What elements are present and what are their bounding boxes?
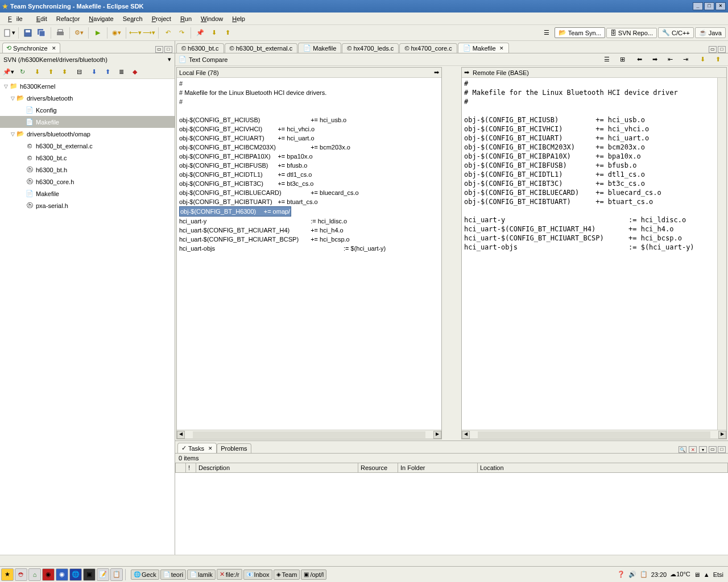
minimize-button[interactable]: _ <box>693 2 703 10</box>
save-all-button[interactable] <box>35 27 48 39</box>
outgoing-mode-button[interactable]: ⬆ <box>45 66 56 78</box>
perspective-svn-repo[interactable]: 🗄SVN Repo... <box>606 28 657 38</box>
menu-navigate[interactable]: Navigate <box>84 14 118 23</box>
next-diff-button[interactable]: ⬆ <box>221 27 234 39</box>
prev-diff-button[interactable]: ⬇ <box>208 27 220 39</box>
synchronize-view-tab[interactable]: ⟲ Synchronize ✕ <box>2 43 60 53</box>
taskbar-gecko[interactable]: 🌐Geck <box>131 569 159 580</box>
tray-up-icon[interactable]: ▲ <box>704 571 710 578</box>
minimize-editor-button[interactable]: ▭ <box>709 46 717 53</box>
editor-tab-4[interactable]: ©hx4700_leds.c <box>342 43 399 53</box>
menu-project[interactable]: Project <box>147 14 176 23</box>
menu-refactor[interactable]: Refactor <box>52 14 85 23</box>
diff-highlight-line[interactable]: obj-$(CONFIG_BT_H6300) += omap/ <box>179 206 291 217</box>
browser-button[interactable]: ◉ <box>56 568 68 581</box>
tree-file-bt-c[interactable]: ©h6300_bt.c <box>0 152 175 164</box>
tray-clipboard-icon[interactable]: 📋 <box>640 571 648 578</box>
maximize-view-button[interactable]: □ <box>164 46 172 53</box>
menu-search[interactable]: Search <box>118 14 147 23</box>
editor-tab-1[interactable]: ©h6300_bt.c <box>176 43 224 53</box>
right-vscrollbar[interactable] <box>717 78 726 430</box>
tray-help-icon[interactable]: ❓ <box>617 571 625 578</box>
taskbar-lamik[interactable]: 📄lamik <box>187 569 216 580</box>
tree-file-makefile-selected[interactable]: 📄Makefile <box>0 116 175 128</box>
close-view-icon[interactable]: ✕ <box>52 45 56 51</box>
col-priority[interactable]: ! <box>186 463 196 473</box>
help-button[interactable]: ⛑ <box>15 568 27 581</box>
perspective-ccpp[interactable]: 🔧C/C++ <box>658 27 694 38</box>
compare-toolbar-2[interactable]: ⊞ <box>616 53 628 66</box>
kmenu-button[interactable]: ★ <box>1 568 14 581</box>
editor-tab-2[interactable]: ©h6300_bt_external.c <box>225 43 298 53</box>
commit-button[interactable]: ⬆ <box>102 66 113 78</box>
menu-file[interactable]: File <box>3 14 32 23</box>
problems-tab[interactable]: Problems <box>217 443 251 453</box>
sync-refresh-button[interactable]: ↻ <box>16 66 28 78</box>
tasks-tab[interactable]: ✓Tasks✕ <box>177 443 217 453</box>
sync-pin-button[interactable]: 📌▾ <box>3 66 14 78</box>
external-tools-button[interactable]: ▶ <box>92 27 104 39</box>
show-history-button[interactable]: ≣ <box>115 66 127 78</box>
tray-sound-icon[interactable]: 🔊 <box>628 571 636 578</box>
save-button[interactable] <box>22 27 34 39</box>
close-tab-icon[interactable]: ✕ <box>499 45 504 51</box>
tree-folder-bluetooth[interactable]: ▽📂drivers/bluetooth <box>0 92 175 104</box>
collapse-all-button[interactable]: ⊟ <box>73 66 85 78</box>
tree-folder-omap[interactable]: ▽📂drivers/bluetooth/omap <box>0 128 175 140</box>
close-button[interactable]: × <box>715 2 726 10</box>
col-resource[interactable]: Resource <box>358 463 398 473</box>
open-type-button[interactable]: ◉▾ <box>110 27 123 39</box>
back-button[interactable]: ⟵▾ <box>129 27 142 39</box>
tree-file-bt-h[interactable]: ⓗh6300_bt.h <box>0 164 175 176</box>
editor-tab-3[interactable]: 📄Makefile <box>298 43 341 53</box>
update-button[interactable]: ⬇ <box>88 66 100 78</box>
editor-tab-6-active[interactable]: 📄Makefile✕ <box>458 43 509 53</box>
tasks-delete-button[interactable]: ✕ <box>689 446 697 453</box>
tree-file-core-h[interactable]: ⓗh6300_core.h <box>0 176 175 188</box>
right-hscrollbar[interactable]: ◀▶ <box>462 430 726 439</box>
copy-all-right-button[interactable]: ⇥ <box>679 53 692 66</box>
close-view-icon[interactable]: ✕ <box>208 446 213 451</box>
col-folder[interactable]: In Folder <box>398 463 478 473</box>
minimize-view-button[interactable]: ▭ <box>709 446 717 453</box>
tray-desktop-icon[interactable]: 🖥 <box>694 571 700 578</box>
maximize-view-button[interactable]: □ <box>718 446 726 453</box>
taskbar-file[interactable]: ✕file:/r <box>217 569 242 580</box>
open-perspective-button[interactable]: ☰ <box>540 27 553 39</box>
next-change-button[interactable]: ⬇ <box>696 53 709 66</box>
build-button[interactable]: ⚙▾ <box>73 27 85 39</box>
editor-tab-5[interactable]: ©hx4700_core.c <box>399 43 457 53</box>
tasks-menu-button[interactable]: ▾ <box>699 446 707 453</box>
forward-button[interactable]: ⟶▾ <box>143 27 155 39</box>
copy-left-button[interactable]: ⬅ <box>633 53 646 66</box>
stop-button[interactable]: ◆ <box>129 66 140 78</box>
perspective-team-sync[interactable]: 📂Team Syn... <box>555 27 605 38</box>
col-location[interactable]: Location <box>478 463 728 473</box>
both-mode-button[interactable]: ⬍ <box>59 66 70 78</box>
menu-help[interactable]: Help <box>228 14 250 23</box>
tasks-table[interactable]: ! Description Resource In Folder Locatio… <box>175 463 728 555</box>
kate-button[interactable]: 📝 <box>97 568 109 581</box>
sync-scope[interactable]: SVN (/h6300Kernel/drivers/bluetooth) ▾ <box>0 53 175 65</box>
konqueror-button[interactable]: ◉ <box>42 568 55 581</box>
right-code-area[interactable]: # # Makefile for the Linux Bluetooth HCI… <box>462 78 717 430</box>
terminal-button[interactable]: ▣ <box>83 568 96 581</box>
home-button[interactable]: ⌂ <box>28 568 41 581</box>
globe-button[interactable]: 🌐 <box>69 568 82 581</box>
compare-toolbar-1[interactable]: ☰ <box>601 53 613 66</box>
print-button[interactable] <box>54 27 67 39</box>
sync-tree[interactable]: ▽📁h6300Kernel ▽📂drivers/bluetooth 📄Kconf… <box>0 79 175 555</box>
prev-change-button[interactable]: ⬆ <box>712 53 724 66</box>
left-hscrollbar[interactable]: ◀▶ <box>177 430 441 439</box>
col-complete[interactable] <box>176 463 186 473</box>
scope-dropdown-icon[interactable]: ▾ <box>168 56 171 63</box>
incoming-mode-button[interactable]: ⬇ <box>31 66 43 78</box>
perspective-java[interactable]: ☕Java <box>695 27 726 38</box>
maximize-button[interactable]: □ <box>704 2 714 10</box>
taskbar-team[interactable]: ◈Team <box>274 569 300 580</box>
left-code-area[interactable]: # # Makefile for the Linux Bluetooth HCI… <box>177 78 441 430</box>
redo-nav-button[interactable]: ↷ <box>175 27 188 39</box>
maximize-editor-button[interactable]: □ <box>718 46 726 53</box>
clipboard-button[interactable]: 📋 <box>110 568 123 581</box>
tree-file-kconfig[interactable]: 📄Kconfig <box>0 104 175 116</box>
